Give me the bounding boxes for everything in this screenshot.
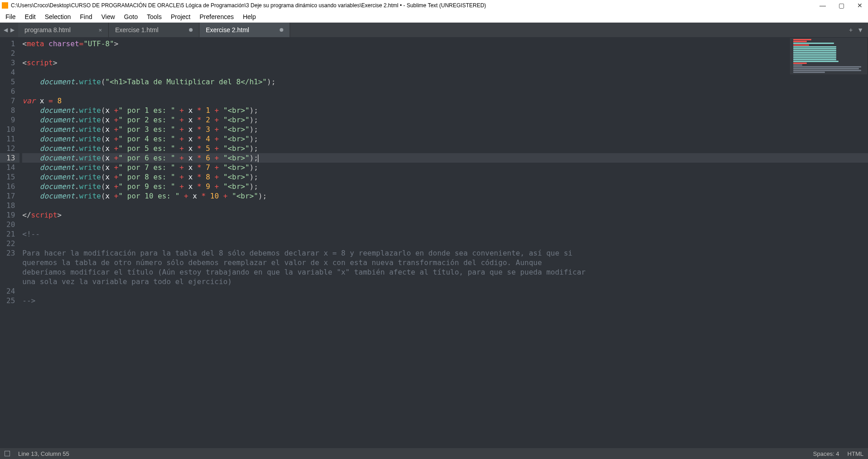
statusbar: Line 13, Column 55 Spaces: 4 HTML	[0, 448, 868, 459]
menu-view[interactable]: View	[98, 12, 119, 21]
minimap[interactable]	[790, 38, 867, 74]
tab-exercise-1[interactable]: Exercise 1.html	[109, 23, 199, 37]
close-icon[interactable]: ×	[98, 27, 102, 34]
tabbar-right: + ▼	[844, 23, 868, 37]
window-titlebar: C:\Users\Croco\Desktop\CURSO DE PROGRAMA…	[0, 0, 868, 11]
menu-tools[interactable]: Tools	[143, 12, 165, 21]
new-tab-icon[interactable]: +	[849, 26, 853, 34]
nav-back-icon[interactable]: ◀	[4, 27, 8, 33]
menu-edit[interactable]: Edit	[21, 12, 39, 21]
menu-selection[interactable]: Selection	[41, 12, 75, 21]
tab-exercise-2[interactable]: Exercise 2.html	[199, 23, 290, 37]
menu-help[interactable]: Help	[239, 12, 260, 21]
syntax-setting[interactable]: HTML	[848, 450, 863, 457]
code-area[interactable]: <meta charset="UTF-8"><script> document.…	[19, 37, 868, 448]
indent-setting[interactable]: Spaces: 4	[813, 450, 839, 457]
tabbar: ◀ ▶ programa 8.html × Exercise 1.html Ex…	[0, 23, 868, 37]
menu-file[interactable]: File	[2, 12, 19, 21]
tab-programa-8[interactable]: programa 8.html ×	[18, 23, 109, 37]
tab-history-nav: ◀ ▶	[0, 23, 18, 37]
nav-forward-icon[interactable]: ▶	[10, 27, 15, 33]
tab-label: programa 8.html	[24, 26, 71, 34]
dirty-indicator-icon	[280, 28, 283, 32]
maximize-button[interactable]: ▢	[839, 2, 844, 9]
panel-toggle-icon[interactable]	[5, 451, 10, 456]
menu-goto[interactable]: Goto	[121, 12, 141, 21]
editor[interactable]: 1234567891011121314151617181920212223242…	[0, 37, 868, 448]
minimize-button[interactable]: —	[820, 2, 826, 9]
window-controls: — ▢ ✕	[820, 2, 866, 9]
cursor-position[interactable]: Line 13, Column 55	[18, 450, 69, 457]
menu-preferences[interactable]: Preferences	[196, 12, 237, 21]
tab-label: Exercise 2.html	[206, 26, 249, 34]
tab-menu-icon[interactable]: ▼	[857, 26, 863, 34]
dirty-indicator-icon	[189, 28, 193, 32]
window-title: C:\Users\Croco\Desktop\CURSO DE PROGRAMA…	[11, 2, 820, 9]
app-icon	[2, 2, 8, 9]
menu-project[interactable]: Project	[167, 12, 194, 21]
tab-label: Exercise 1.html	[115, 26, 159, 34]
menu-find[interactable]: Find	[76, 12, 96, 21]
line-gutter: 1234567891011121314151617181920212223242…	[0, 37, 19, 448]
menubar: File Edit Selection Find View Goto Tools…	[0, 11, 868, 23]
close-button[interactable]: ✕	[857, 2, 863, 9]
